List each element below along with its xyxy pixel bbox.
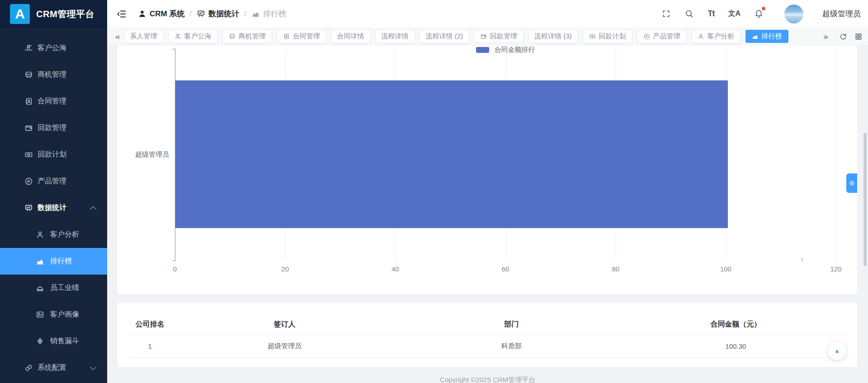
back-to-top-button[interactable]: ▲ <box>828 341 846 360</box>
notifications-bell-icon[interactable] <box>754 8 764 20</box>
sidebar-item-customer-portrait[interactable]: 客户画像 <box>0 301 107 328</box>
tab-bar: « 系人管理客户公海商机管理合同管理合同详情流程详情流程详情 (2)回款管理流程… <box>107 28 868 45</box>
sidebar-item-receivable[interactable]: 回款管理 <box>0 115 107 141</box>
sidebar-item-customer-analysis[interactable]: 客户分析 <box>0 221 107 248</box>
avatar[interactable] <box>784 5 803 23</box>
pool-icon <box>175 33 181 40</box>
sidebar-item-label: 销售漏斗 <box>50 336 79 346</box>
sidebar-item-label: 商机管理 <box>38 70 66 79</box>
wallet-icon <box>480 33 487 40</box>
tab-label: 客户公海 <box>184 32 212 41</box>
tab-label: 合同管理 <box>293 32 320 41</box>
y-axis-category-label: 超级管理员 <box>118 150 169 159</box>
tab-process-detail-2[interactable]: 流程详情 (2) <box>420 30 470 43</box>
current-user-name[interactable]: 超级管理员 <box>822 9 861 19</box>
tab-contract[interactable]: 合同管理 <box>277 30 326 43</box>
funnel-icon <box>35 337 44 346</box>
notification-badge <box>762 7 765 10</box>
sidebar-item-label: 产品管理 <box>38 177 66 186</box>
sidebar-item-ranking[interactable]: 排行榜 <box>0 248 107 275</box>
search-icon[interactable] <box>684 8 694 20</box>
contacts-icon <box>24 97 33 106</box>
sidebar-item-label: 系统配置 <box>38 363 66 373</box>
tab-label: 商机管理 <box>239 32 266 41</box>
table-header-cell: 合同金额（元） <box>625 320 846 329</box>
link-icon <box>24 364 33 373</box>
legend-swatch <box>476 47 489 53</box>
fullscreen-icon[interactable] <box>661 8 671 20</box>
tabs-scroll-right-icon[interactable]: » <box>820 32 832 42</box>
tab-receivable[interactable]: 回款管理 <box>474 30 524 43</box>
table-cell: 1 <box>128 342 171 350</box>
x-axis-tick-label: 60 <box>502 265 509 273</box>
translate-icon[interactable]: 文A <box>728 8 741 20</box>
tab-receivable-plan[interactable]: 回款计划 <box>583 30 632 43</box>
sidebar-item-label: 排行榜 <box>50 257 72 266</box>
vertical-scrollbar[interactable] <box>863 133 867 266</box>
breadcrumb-item[interactable]: CRM 系统 <box>138 9 184 19</box>
chevron-down-icon <box>90 364 96 370</box>
tab-ranking[interactable]: 排行榜 <box>745 30 788 43</box>
sidebar-item-customer-pool[interactable]: 客户公海 <box>0 35 107 61</box>
sidebar-item-label: 数据统计 <box>38 203 66 213</box>
tab-customer-analysis[interactable]: 客户分析 <box>691 30 741 43</box>
chart-icon <box>752 33 759 40</box>
table-cell: 超级管理员 <box>171 342 397 350</box>
font-size-icon[interactable]: Tt <box>708 8 714 20</box>
tab-label: 排行榜 <box>762 32 782 41</box>
contract-amount-bar[interactable] <box>175 80 728 228</box>
tab-process-detail[interactable]: 流程详情 <box>375 30 415 43</box>
header: CRM 系统/数据统计/排行榜 Tt 文A 超级管理员 <box>107 0 868 28</box>
open-tabs: 系人管理客户公海商机管理合同管理合同详情流程详情流程详情 (2)回款管理流程详情… <box>124 30 793 43</box>
legend-label: 合同金额排行 <box>495 46 535 54</box>
svg-text:P: P <box>27 179 30 184</box>
table-header-row: 公司排名签订人部门合同金额（元） <box>128 314 846 335</box>
tabs-scroll-left-icon[interactable]: « <box>112 32 124 42</box>
sidebar-item-sales-funnel[interactable]: 销售漏斗 <box>0 328 107 355</box>
x-axis-tick-label: 0 <box>173 265 177 273</box>
refresh-icon[interactable] <box>839 31 847 42</box>
layout-grid-icon[interactable] <box>854 31 863 42</box>
collapse-sidebar-icon[interactable] <box>116 8 128 20</box>
svg-text:P: P <box>646 35 648 38</box>
x-axis-tick-label: 120 <box>830 265 841 273</box>
breadcrumb: CRM 系统/数据统计/排行榜 <box>138 9 286 19</box>
sidebar-item-product[interactable]: P产品管理 <box>0 168 107 195</box>
app-logo[interactable]: A CRM管理平台 <box>0 0 107 28</box>
sidebar-item-employee-performance[interactable]: 员工业绩 <box>0 275 107 301</box>
tab-contract-detail[interactable]: 合同详情 <box>331 30 371 43</box>
board-icon <box>24 204 33 213</box>
ranking-table-card: 公司排名签订人部门合同金额（元）1超级管理员科质部100.30 <box>118 303 857 367</box>
sidebar-item-statistics[interactable]: 数据统计 <box>0 195 107 221</box>
gridline <box>836 49 836 261</box>
sidebar: A CRM管理平台 客户公海商机管理合同管理回款管理回款计划P产品管理数据统计客… <box>0 0 107 383</box>
logo-icon: A <box>10 4 30 24</box>
product-icon: P <box>643 33 650 40</box>
sidebar-menu: 客户公海商机管理合同管理回款管理回款计划P产品管理数据统计客户分析排行榜员工业绩… <box>0 28 107 381</box>
tab-contact-management[interactable]: 系人管理 <box>124 30 164 43</box>
tab-label: 流程详情 <box>382 32 409 41</box>
sidebar-item-label: 客户画像 <box>50 310 79 319</box>
settings-panel-button[interactable] <box>846 173 857 193</box>
user-filled-icon <box>138 9 146 18</box>
sidebar-item-business[interactable]: 商机管理 <box>0 61 107 88</box>
axis-tick <box>172 261 175 261</box>
board-icon <box>197 9 205 18</box>
breadcrumb-item: 排行榜 <box>251 9 286 19</box>
header-tools: Tt 文A 超级管理员 <box>661 5 868 23</box>
tab-product[interactable]: P产品管理 <box>637 30 687 43</box>
table-header-cell: 签订人 <box>171 320 397 329</box>
ranking-table: 公司排名签订人部门合同金额（元）1超级管理员科质部100.30 <box>128 314 846 358</box>
breadcrumb-item[interactable]: 数据统计 <box>197 9 239 19</box>
tab-label: 合同详情 <box>337 32 364 41</box>
x-axis-name: t <box>801 256 803 263</box>
breadcrumb-label: CRM 系统 <box>150 9 184 19</box>
app-title: CRM管理平台 <box>36 8 94 20</box>
ranking-chart-card: 合同金额排行 020406080100120超级管理员t <box>118 45 857 294</box>
sidebar-item-contract[interactable]: 合同管理 <box>0 88 107 115</box>
tab-customer-pool[interactable]: 客户公海 <box>168 30 218 43</box>
sidebar-item-receivable-plan[interactable]: 回款计划 <box>0 141 107 168</box>
sidebar-item-system-config[interactable]: 系统配置 <box>0 355 107 381</box>
tab-business[interactable]: 商机管理 <box>222 30 272 43</box>
tab-process-detail-3[interactable]: 流程详情 (3) <box>528 30 578 43</box>
